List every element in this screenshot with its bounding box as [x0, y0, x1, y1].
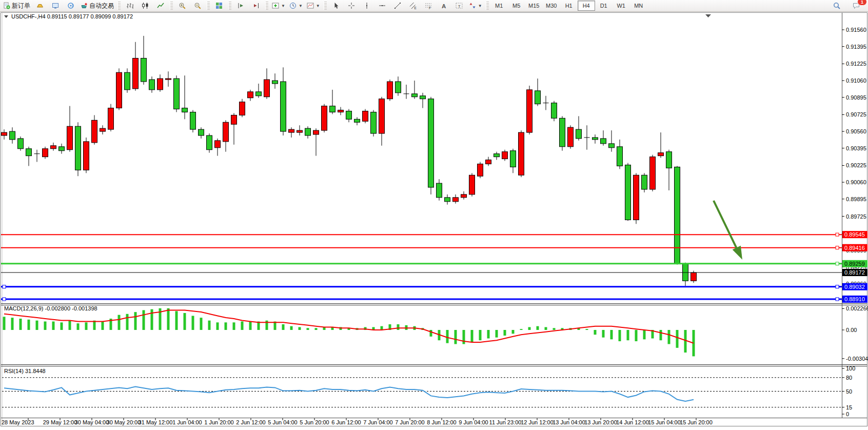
candle-body: [650, 157, 656, 189]
arrows-tool[interactable]: ▼: [467, 0, 484, 11]
macd-histogram-bar: [225, 322, 227, 330]
macd-histogram-bar: [463, 330, 465, 344]
candle-body: [576, 129, 582, 139]
line-chart-button[interactable]: [153, 0, 168, 11]
crosshair-tool[interactable]: [344, 0, 359, 11]
timeframe-button-d1[interactable]: D1: [595, 1, 613, 11]
candle-body: [428, 99, 434, 187]
line-handle[interactable]: [836, 298, 839, 301]
line-handle[interactable]: [3, 298, 6, 301]
chart-window[interactable]: 0.915600.913950.912250.910600.908950.907…: [0, 12, 868, 430]
rsi-axis-label: 15: [846, 404, 852, 411]
macd-histogram-bar: [143, 310, 145, 330]
toolbar-separator: [265, 2, 268, 10]
candle-chart-button[interactable]: [137, 0, 153, 11]
label-icon: T: [456, 2, 463, 9]
timeframe-button-m1[interactable]: M1: [490, 1, 508, 11]
macd-histogram-bar: [668, 330, 670, 344]
price-tick-label: 0.91560: [846, 27, 866, 33]
label-tool[interactable]: T: [451, 0, 467, 11]
cursor-tool[interactable]: [328, 0, 344, 11]
line-handle[interactable]: [836, 262, 839, 265]
macd-histogram-bar: [36, 321, 38, 330]
fibo-tool[interactable]: F: [421, 0, 436, 11]
macd-histogram-bar: [28, 320, 30, 330]
time-tick-label: 15 Jun 04:00: [648, 419, 681, 425]
macd-histogram-bar: [446, 330, 449, 343]
timeframe-button-h4[interactable]: H4: [578, 1, 595, 11]
candle-body: [264, 80, 270, 97]
bar-chart-button[interactable]: [122, 0, 137, 11]
candle-body: [396, 82, 401, 93]
candle-body: [116, 72, 122, 108]
macd-histogram-bar: [684, 330, 687, 353]
candle-body: [445, 198, 450, 202]
templates-button[interactable]: ▼: [305, 0, 322, 11]
toolbar-separator: [324, 2, 327, 10]
macd-histogram-bar: [619, 330, 621, 341]
macd-histogram-bar: [192, 316, 194, 330]
channel-tool[interactable]: E: [405, 0, 421, 11]
tile-windows-button[interactable]: [211, 0, 227, 11]
trendline-tool[interactable]: [390, 0, 405, 11]
candle-body: [51, 146, 56, 149]
timeframe-button-mn[interactable]: MN: [630, 1, 647, 11]
macd-histogram-bar: [167, 308, 170, 330]
auto-trading-button[interactable]: 自动交易: [78, 0, 116, 11]
candle-body: [59, 147, 65, 151]
chart-shift-button[interactable]: [248, 0, 264, 11]
cursor-icon: [332, 2, 340, 9]
timeframe-button-w1[interactable]: W1: [613, 1, 630, 11]
candle-body: [100, 128, 106, 131]
auto-scroll-button[interactable]: [233, 0, 248, 11]
candle-body: [437, 183, 442, 198]
candle-body: [92, 120, 97, 143]
candle-body: [469, 175, 475, 194]
time-tick-label: 6 Jun 12:00: [331, 419, 361, 425]
candle-body: [609, 144, 615, 148]
bars-icon: [126, 2, 133, 9]
line-handle[interactable]: [836, 246, 839, 249]
macd-histogram-bar: [430, 330, 432, 337]
fibo-icon: F: [425, 2, 432, 9]
new-chart-button[interactable]: [63, 0, 78, 11]
time-tick-label: 11 Jun 23:00: [489, 419, 522, 425]
time-tick-label: 13 Jun 04:00: [553, 419, 585, 425]
zoom-out-button[interactable]: [190, 0, 205, 11]
candle-body: [190, 112, 196, 129]
line-handle[interactable]: [836, 233, 839, 236]
zoom-in-button[interactable]: [174, 0, 190, 11]
candle-body: [354, 119, 360, 122]
macd-histogram-bar: [610, 330, 613, 339]
search-button[interactable]: [829, 0, 844, 11]
timeframe-button-h1[interactable]: H1: [560, 1, 578, 11]
new-order-button[interactable]: 新订单: [1, 0, 32, 11]
periods-button[interactable]: ▼: [287, 0, 305, 11]
line-handle[interactable]: [3, 285, 6, 288]
candle-body: [43, 149, 48, 157]
chat-badge: 1: [857, 0, 867, 6]
price-chart[interactable]: 0.915600.913950.912250.910600.908950.907…: [0, 12, 868, 430]
trendline-icon: [394, 2, 401, 9]
candle-body: [199, 129, 204, 135]
candle-body: [666, 152, 672, 168]
chart-title-text: USDCHF-,H4 0.89115 0.89177 0.89099 0.891…: [11, 13, 133, 19]
hline-tool[interactable]: [374, 0, 390, 11]
data-window-button[interactable]: [48, 0, 63, 11]
tile-icon: [215, 2, 223, 9]
market-watch-button[interactable]: [32, 0, 48, 11]
chat-button[interactable]: 1: [849, 0, 864, 11]
candle-body: [453, 198, 459, 202]
indicators-button[interactable]: ▼: [270, 0, 287, 11]
timeframe-button-m5[interactable]: M5: [508, 1, 525, 11]
timeframe-button-m15[interactable]: M15: [525, 1, 543, 11]
vline-tool[interactable]: [359, 0, 374, 11]
macd-histogram-bar: [200, 318, 203, 330]
chevron-down-icon: ▼: [281, 4, 285, 8]
timeframe-button-m30[interactable]: M30: [543, 1, 560, 11]
macd-histogram-bar: [594, 330, 597, 335]
line-handle[interactable]: [836, 285, 839, 288]
candle-body: [330, 106, 336, 112]
text-tool[interactable]: A: [436, 0, 451, 11]
svg-text:A: A: [442, 3, 446, 9]
